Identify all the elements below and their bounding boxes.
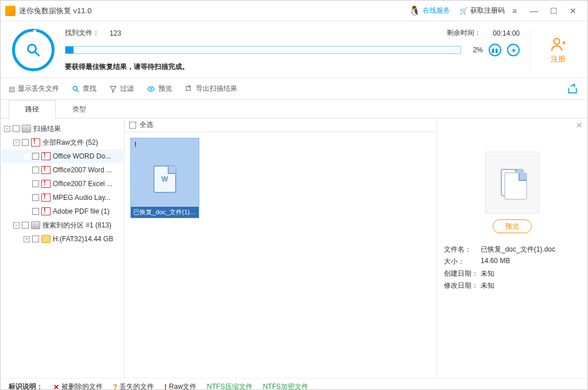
legend: 标识说明： ✕被删除的文件 ?丢失的文件 !Raw文件 NTFS压缩文件 NTF…	[1, 378, 587, 390]
disk-icon	[31, 221, 40, 229]
collapse-icon[interactable]: −	[13, 222, 20, 229]
checkbox[interactable]	[32, 167, 39, 173]
cart-icon: 🛒	[459, 7, 468, 15]
list-icon: ▤	[9, 85, 15, 93]
file-tile[interactable]: ! W 已恢复_doc_文件(1)....	[130, 138, 199, 218]
filename-value: 已恢复_doc_文件(1).doc	[481, 245, 555, 254]
get-reg-code-label: 获取注册码	[470, 6, 505, 16]
checkbox[interactable]	[32, 153, 39, 160]
minimize-button[interactable]: —	[524, 4, 544, 18]
tree-panel[interactable]: − 扫描结果 − 全部Raw文件 (52) Office WORD Do... …	[1, 118, 125, 378]
close-button[interactable]: ✕	[563, 4, 583, 18]
export-label: 导出扫描结果	[196, 84, 237, 94]
tree-raw-all[interactable]: − 全部Raw文件 (52)	[2, 136, 123, 149]
svg-point-0	[28, 45, 36, 53]
tree-root-label: 扫描结果	[33, 124, 61, 134]
online-service-link[interactable]: 🐧 在线服务	[409, 5, 450, 16]
deleted-icon: ✕	[53, 383, 59, 391]
stop-button[interactable]: ◉	[507, 44, 520, 56]
disk-icon	[22, 125, 31, 133]
found-files-label: 找到文件：	[65, 28, 99, 38]
tree-item[interactable]: MPEG Audio Lay...	[2, 191, 123, 204]
tree-item-label: Office WORD Do...	[53, 152, 111, 160]
checkbox[interactable]	[13, 125, 20, 132]
progress-bar	[65, 46, 461, 54]
tree-root[interactable]: − 扫描结果	[2, 122, 123, 136]
register-button[interactable]: 注册	[530, 28, 576, 72]
tree-item[interactable]: Office2007 Word ...	[2, 163, 123, 177]
checkbox[interactable]	[32, 208, 39, 215]
register-label: 注册	[551, 54, 566, 64]
share-button[interactable]	[566, 82, 579, 96]
tree-drive[interactable]: + H:(FAT32)14.44 GB	[2, 232, 123, 246]
created-value: 未知	[481, 269, 494, 279]
share-icon	[567, 83, 578, 95]
app-icon	[5, 6, 16, 16]
filename-key: 文件名：	[444, 245, 481, 254]
checkbox[interactable]	[22, 139, 29, 146]
minimize-icon: —	[530, 6, 538, 16]
size-key: 大小：	[444, 257, 481, 267]
main-panel: − 扫描结果 − 全部Raw文件 (52) Office WORD Do... …	[1, 118, 587, 378]
checkbox[interactable]	[32, 180, 39, 187]
tab-path[interactable]: 路径	[9, 100, 56, 118]
stop-icon: ◉	[512, 48, 516, 53]
file-tile-name: 已恢复_doc_文件(1)....	[131, 207, 199, 218]
find-button[interactable]: 查找	[72, 84, 96, 94]
progress-percent: 2%	[467, 46, 483, 54]
svg-line-6	[77, 90, 79, 92]
checkbox[interactable]	[32, 235, 39, 242]
legend-lost: 丢失的文件	[119, 382, 154, 390]
tree-item-label: MPEG Audio Lay...	[53, 194, 111, 202]
select-all-checkbox[interactable]	[129, 122, 136, 129]
tabs: 路径 类型	[1, 100, 587, 118]
legend-deleted: 被删除的文件	[61, 382, 103, 390]
show-lost-files-button[interactable]: ▤ 显示丢失文件	[9, 84, 59, 94]
export-scan-button[interactable]: 导出扫描结果	[185, 84, 237, 94]
checkbox[interactable]	[22, 222, 29, 229]
expand-icon[interactable]: +	[24, 236, 30, 242]
penguin-icon: 🐧	[409, 5, 420, 16]
raw-icon	[41, 194, 51, 202]
preview-button[interactable]: 预览	[146, 84, 172, 94]
menu-button[interactable]: ≡	[505, 4, 524, 18]
tree-partition-label: 搜索到的分区 #1 (813)	[42, 221, 111, 230]
app-title: 迷你兔数据恢复 v11.0	[19, 6, 91, 16]
raw-icon	[41, 207, 51, 215]
legend-ntfs-comp: NTFS压缩文件	[207, 382, 252, 390]
collapse-icon[interactable]: −	[4, 126, 10, 132]
raw-icon	[41, 166, 51, 174]
checkbox[interactable]	[32, 194, 39, 201]
get-reg-code-link[interactable]: 🛒 获取注册码	[459, 6, 505, 16]
tree-partition[interactable]: − 搜索到的分区 #1 (813)	[2, 218, 123, 232]
svg-line-1	[36, 52, 40, 56]
detail-preview-button[interactable]: 预览	[493, 219, 532, 233]
lost-icon: ?	[113, 383, 117, 391]
tree-raw-label: 全部Raw文件 (52)	[42, 138, 98, 148]
preview-label: 预览	[158, 84, 172, 94]
maximize-button[interactable]: ☐	[544, 4, 563, 18]
filter-label: 过滤	[120, 84, 134, 94]
user-plus-icon	[548, 36, 568, 53]
detail-close-button[interactable]: ✕	[576, 121, 583, 130]
tree-item[interactable]: Office2007 Excel ...	[2, 177, 123, 191]
remaining-time-label: 剩余时间：	[447, 28, 481, 38]
folder-icon	[41, 235, 51, 243]
grid-body[interactable]: ! W 已恢复_doc_文件(1)....	[125, 132, 436, 378]
pause-button[interactable]: ▮▮	[489, 44, 501, 56]
raw-icon	[41, 152, 51, 160]
export-icon	[185, 85, 193, 93]
collapse-icon[interactable]: −	[13, 140, 20, 146]
modified-value: 未知	[481, 281, 494, 291]
tree-item[interactable]: Adobe PDF file (1)	[2, 204, 123, 218]
tree-item[interactable]: Office WORD Do...	[2, 149, 123, 163]
filter-button[interactable]: 过滤	[109, 84, 134, 94]
magnifier-icon	[25, 42, 41, 58]
tab-type[interactable]: 类型	[56, 100, 103, 118]
remaining-time-value: 00:14:00	[493, 29, 520, 37]
legend-title: 标识说明：	[9, 382, 43, 390]
scan-panel: 找到文件： 123 剩余时间： 00:14:00 2% ▮▮ ◉ 要获得最佳恢复…	[1, 21, 587, 78]
close-icon: ✕	[576, 121, 583, 130]
tree-item-label: Office2007 Excel ...	[53, 180, 113, 188]
hamburger-icon: ≡	[512, 6, 517, 16]
